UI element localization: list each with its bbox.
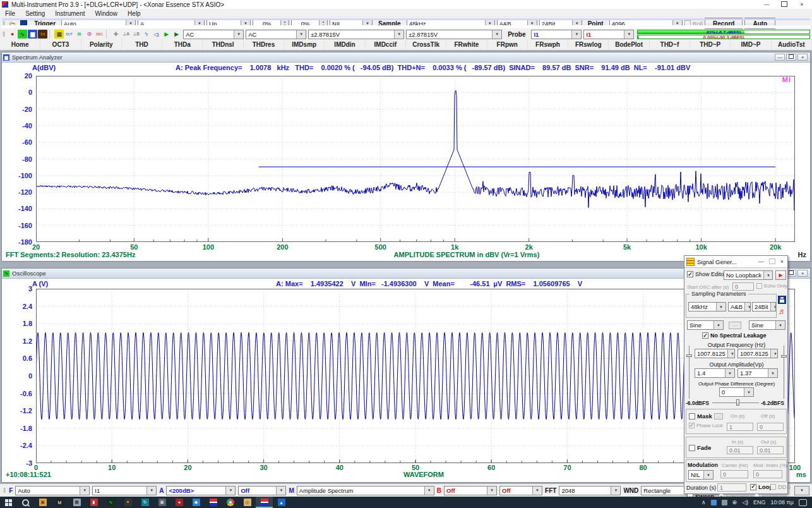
instrument-tab-bodeplot[interactable]: BodePlot — [609, 39, 649, 50]
action-center-icon[interactable] — [799, 499, 807, 506]
app-m-icon[interactable]: M — [51, 497, 68, 508]
instrument-tab-thd-p[interactable]: THD~P — [690, 39, 731, 50]
notes-app-icon[interactable]: ◎ — [239, 497, 256, 508]
chart-app-icon[interactable]: ∿ — [102, 497, 119, 508]
image-app-icon[interactable]: ▣ — [153, 497, 170, 508]
ddc-icon[interactable]: DDC — [95, 30, 104, 39]
no-spectral-leakage-checkbox[interactable]: ✓No Spectral Leakage — [702, 332, 767, 339]
menu-item-instrument[interactable]: Instrument — [50, 10, 90, 17]
a-range-select[interactable]: <200dB>▼ — [166, 486, 236, 495]
phase-lock-checkbox[interactable]: ✓Phase Lock — [689, 423, 723, 428]
menu-item-window[interactable]: Window — [90, 10, 123, 17]
instrument-tab-frswph[interactable]: FRswph — [528, 39, 568, 50]
mod-index-input[interactable]: 0 — [753, 470, 782, 478]
phase-lock-on-input[interactable]: 1 — [727, 423, 753, 431]
fade-in-input[interactable]: 0.01 — [727, 446, 753, 454]
hot-run-icon[interactable]: ϟ — [141, 30, 151, 39]
instrument-tab-frpwn[interactable]: FRpwn — [487, 39, 528, 50]
amp-a-select[interactable]: 1.4▼ — [695, 368, 735, 378]
instrument-tab-imdsmp[interactable]: IMDsmp — [284, 39, 325, 50]
phase-select[interactable]: 0▼ — [719, 387, 754, 397]
device-under-test-icon[interactable]: DUT — [64, 30, 74, 39]
calculator-icon[interactable]: ▦ — [68, 497, 85, 508]
modulation-type-select[interactable]: NIL▼ — [688, 470, 713, 480]
sound-device-icon[interactable]: ◁) — [152, 30, 161, 39]
instrument-tab-thd[interactable]: THD — [122, 39, 162, 50]
probe-a-select[interactable]: I1▼ — [531, 30, 582, 39]
mask-checkbox[interactable]: Mask — [689, 413, 712, 420]
spectrum-analyzer-icon[interactable]: ▆ — [28, 30, 37, 39]
menu-item-file[interactable]: File — [0, 10, 20, 17]
clock[interactable]: 10:08 πμ — [771, 499, 794, 505]
instrument-tab-oct3[interactable]: OCT3 — [40, 39, 81, 50]
network-icon[interactable]: ⊕ — [732, 499, 737, 505]
hand-app-icon[interactable]: ✦ — [119, 497, 136, 508]
instrument-tab-thda[interactable]: THDa — [162, 39, 203, 50]
mask-more-button[interactable]: ... — [714, 413, 723, 420]
save-icon[interactable] — [778, 296, 786, 304]
siggen-title-bar[interactable]: Signal Gener... — × — [684, 256, 787, 268]
search-button[interactable] — [17, 497, 34, 508]
spectrum-3d-plot-icon[interactable]: ▦ — [54, 30, 64, 39]
input-b-icon[interactable]: ⊥B — [131, 30, 141, 39]
coupling-a-select[interactable]: AC▼ — [183, 30, 244, 39]
run-once-icon[interactable]: ▶ — [172, 30, 181, 39]
siggen-close-button[interactable]: × — [780, 258, 784, 265]
multi-wave-icon[interactable]: ≋ — [75, 30, 84, 39]
phase-lock-off-input[interactable]: 0 — [757, 423, 784, 431]
siggen-bits-select[interactable]: 24Bit▼ — [752, 302, 776, 311]
siggen-minimize-button[interactable]: — — [758, 258, 764, 265]
instrument-tab-thdres[interactable]: THDres — [244, 39, 284, 50]
phase-plot-icon[interactable]: Φ — [85, 30, 94, 39]
wave-more-button[interactable]: ... — [729, 322, 741, 329]
a-extra-select[interactable]: Off▼ — [238, 486, 286, 495]
b-extra-select[interactable]: Off▼ — [499, 486, 542, 495]
chrome-icon[interactable] — [222, 497, 239, 508]
instrument-tab-frswlog[interactable]: FRswlog — [568, 39, 609, 50]
carrier-input[interactable]: 0 — [720, 470, 748, 478]
siggen-maximize-button[interactable] — [769, 258, 775, 265]
multi-instrument-active-icon[interactable] — [256, 497, 273, 508]
loop-checkbox[interactable]: ✓Loop — [750, 483, 773, 490]
spectrum-restore-button[interactable] — [786, 54, 796, 61]
sync-app-icon[interactable]: ↻ — [136, 497, 153, 508]
wave-b-select[interactable]: Sine▼ — [749, 320, 785, 330]
siggen-play-button[interactable]: ▶ — [775, 270, 786, 280]
fft-size-select[interactable]: 2048▼ — [559, 486, 621, 495]
start-osc-input[interactable]: 0 — [732, 282, 754, 291]
volume-icon[interactable]: ◁) — [742, 499, 748, 505]
red-app-icon[interactable]: ◂ — [170, 497, 188, 508]
spectrum-minimize-button[interactable]: — — [775, 54, 785, 61]
range-a-select[interactable]: ±2.87815V▼ — [308, 30, 404, 39]
menu-item-help[interactable]: Help — [122, 10, 146, 17]
dds-checkbox[interactable]: DDS — [770, 483, 791, 490]
balance-slider[interactable] — [712, 399, 759, 406]
record-icon[interactable]: ● — [8, 30, 17, 39]
duration-input[interactable]: 1 — [717, 483, 746, 492]
tray-app-icon[interactable] — [711, 500, 717, 505]
app-maximize-button[interactable] — [780, 1, 788, 8]
fade-out-input[interactable]: 0.01 — [757, 446, 784, 454]
instrument-tab-polarity[interactable]: Polarity — [81, 39, 122, 50]
amplitude-slider-a[interactable] — [686, 346, 692, 399]
scope-close-button[interactable]: × — [797, 270, 808, 277]
start-button[interactable] — [0, 497, 17, 508]
coupling-b-select[interactable]: AC▼ — [246, 30, 306, 39]
echo-only-checkbox[interactable]: Echo Only — [756, 283, 787, 289]
instrument-tab-imdccif[interactable]: IMDccif — [366, 39, 406, 50]
language-indicator[interactable]: ENG — [753, 499, 766, 505]
tray-app-icon[interactable] — [722, 500, 727, 505]
app-minimize-button[interactable]: — — [763, 1, 770, 8]
bb-trigger-mode-select[interactable]: Auto▼ — [15, 486, 90, 495]
file-explorer-icon[interactable]: ▣ — [34, 497, 51, 508]
photos-app-icon[interactable]: ▲ — [273, 497, 290, 508]
app-close-button[interactable]: × — [798, 1, 806, 8]
probe-calibration-icon[interactable]: ✚ — [111, 30, 121, 39]
menu-item-setting[interactable]: Setting — [20, 10, 50, 17]
music-notes-icon[interactable]: ♬ — [779, 308, 786, 315]
vscode-icon[interactable]: ◆ — [188, 497, 205, 508]
b-range-select[interactable]: Off▼ — [444, 486, 497, 495]
loopback-select[interactable]: No Loopback▼ — [724, 270, 773, 280]
siggen-rate-select[interactable]: 48kHz▼ — [688, 302, 726, 311]
instrument-tab-crosstlk[interactable]: CrossTlk — [406, 39, 446, 50]
